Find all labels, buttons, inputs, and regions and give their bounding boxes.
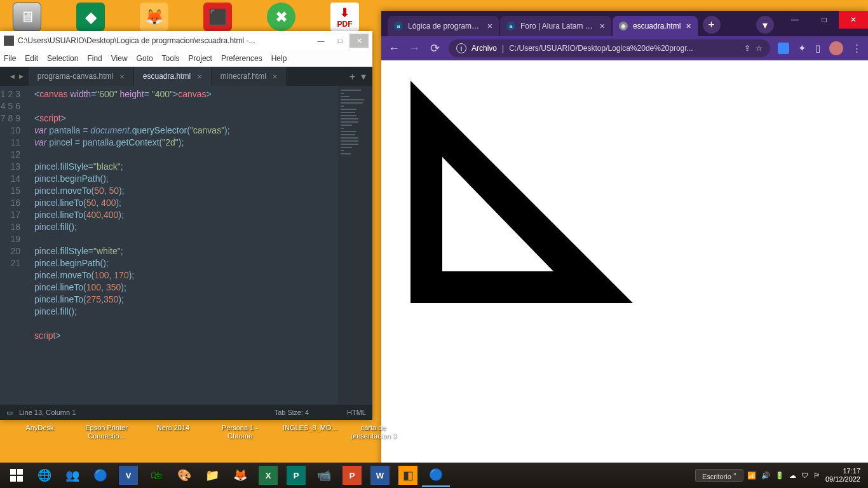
taskbar-publisher[interactable]: P bbox=[287, 466, 306, 485]
close-tab-icon[interactable]: × bbox=[197, 72, 202, 81]
close-tab-icon[interactable]: × bbox=[600, 21, 605, 31]
desktop-icon-thispc[interactable]: 🖥 bbox=[13, 3, 41, 31]
taskbar-visio[interactable]: V bbox=[119, 466, 138, 485]
close-tab-icon[interactable]: × bbox=[487, 21, 492, 31]
show-desktop-button[interactable]: Escritorio » bbox=[695, 469, 743, 482]
desktop-icons-row: 🖥 ◆ 🦊 ⬛ ✖ ⬇PDF bbox=[13, 3, 359, 31]
tray-sound-icon[interactable]: 🔊 bbox=[761, 471, 770, 480]
menu-project[interactable]: Project bbox=[189, 54, 212, 63]
sublime-tabbar: ◄ ► programa-canvas.html× escuadra.html×… bbox=[0, 67, 372, 86]
profile-avatar[interactable] bbox=[829, 41, 843, 55]
ext-puzzle-icon[interactable]: ✦ bbox=[798, 43, 806, 54]
maximize-button[interactable]: □ bbox=[330, 34, 349, 48]
chrome-tabstrip: aLógica de programació× aForo | Alura La… bbox=[381, 11, 868, 36]
ext-translate-icon[interactable] bbox=[778, 43, 789, 54]
svg-rect-5 bbox=[17, 476, 23, 482]
tab-search-button[interactable]: ▾ bbox=[756, 16, 774, 34]
new-tab-button[interactable]: + ▾ bbox=[343, 67, 372, 86]
forward-button[interactable]: → bbox=[408, 42, 421, 55]
menu-selection[interactable]: Selection bbox=[47, 54, 78, 63]
close-tab-icon[interactable]: × bbox=[119, 72, 125, 81]
browser-tab-foro[interactable]: aForo | Alura Latam - Cu× bbox=[500, 16, 611, 36]
taskbar-teams[interactable]: 👥 bbox=[58, 464, 86, 487]
taskbar-photos[interactable]: 🎨 bbox=[170, 464, 198, 487]
desktop-label[interactable]: AnyDesk bbox=[16, 424, 64, 440]
desktop-label[interactable]: INGLES_8_MO... bbox=[283, 424, 330, 440]
svg-rect-3 bbox=[17, 469, 23, 475]
favicon-alura: a bbox=[506, 22, 515, 30]
new-tab-button[interactable]: + bbox=[703, 16, 721, 34]
minimize-button[interactable]: — bbox=[311, 34, 330, 48]
menu-tools[interactable]: Tools bbox=[162, 54, 180, 63]
taskbar-sublime[interactable]: ◧ bbox=[398, 466, 417, 485]
taskbar-clock[interactable]: 17:17 09/12/2022 bbox=[825, 467, 860, 484]
desktop-label[interactable]: Nero 2014 bbox=[149, 424, 197, 440]
close-button[interactable]: ✕ bbox=[349, 34, 369, 48]
status-tabsize[interactable]: Tab Size: 4 bbox=[275, 409, 309, 416]
status-lang[interactable]: HTML bbox=[347, 409, 366, 416]
start-button[interactable] bbox=[3, 464, 31, 487]
desktop-icon-free[interactable]: ◆ bbox=[76, 3, 105, 31]
taskbar-excel[interactable]: X bbox=[259, 466, 278, 485]
site-info-icon[interactable]: i bbox=[456, 43, 466, 53]
desktop-icon-firefox[interactable]: 🦊 bbox=[140, 3, 168, 31]
bookmark-icon[interactable]: ☆ bbox=[756, 44, 763, 53]
tray-onedrive-icon[interactable]: ☁ bbox=[789, 471, 796, 480]
taskbar-chrome[interactable]: 🔵 bbox=[86, 464, 114, 487]
minimap[interactable] bbox=[338, 86, 372, 405]
system-tray[interactable]: 📶 🔊 🔋 ☁ 🛡 🏳 17:17 09/12/2022 bbox=[747, 467, 865, 484]
code-content[interactable]: <canvas width="600" height= "400">canvas… bbox=[28, 86, 372, 405]
close-tab-icon[interactable]: × bbox=[273, 72, 278, 81]
tray-wifi-icon[interactable]: 📶 bbox=[747, 471, 756, 480]
reload-button[interactable]: ⟳ bbox=[428, 41, 441, 55]
menu-find[interactable]: Find bbox=[87, 54, 102, 63]
close-tab-icon[interactable]: × bbox=[686, 21, 691, 31]
browser-viewport bbox=[381, 60, 868, 480]
desktop-icon-app[interactable]: ⬛ bbox=[203, 3, 232, 31]
menu-help[interactable]: Help bbox=[271, 54, 287, 63]
taskbar-ie[interactable]: 🌐 bbox=[31, 464, 58, 487]
desktop-icon-pdf[interactable]: ⬇PDF bbox=[330, 3, 359, 31]
menu-dots-icon[interactable]: ⋮ bbox=[852, 43, 862, 54]
desktop-label[interactable]: carta de presentacion 3 bbox=[349, 424, 397, 440]
status-line-col[interactable]: Line 13, Column 1 bbox=[19, 409, 76, 416]
taskbar-store[interactable]: 🛍 bbox=[142, 464, 170, 487]
taskbar-word[interactable]: W bbox=[370, 466, 390, 485]
browser-tab-escuadra[interactable]: ◉escuadra.html× bbox=[613, 16, 698, 36]
tab-programa-canvas[interactable]: programa-canvas.html× bbox=[29, 67, 134, 86]
sublime-app-icon bbox=[4, 36, 14, 46]
share-icon[interactable]: ⇪ bbox=[744, 44, 750, 53]
menu-preferences[interactable]: Preferences bbox=[221, 54, 262, 63]
browser-minimize[interactable]: — bbox=[780, 11, 810, 29]
address-bar[interactable]: i Archivo | C:/Users/USUARIO/Desktop/Log… bbox=[449, 39, 770, 57]
taskbar-chrome-active[interactable]: 🔵 bbox=[422, 464, 450, 487]
menu-edit[interactable]: Edit bbox=[25, 54, 38, 63]
tray-flag-icon[interactable]: 🏳 bbox=[813, 471, 820, 479]
tab-scroll-arrows[interactable]: ◄ ► bbox=[5, 67, 29, 86]
taskbar-powerpoint[interactable]: P bbox=[342, 466, 362, 485]
sublime-statusbar: ▭ Line 13, Column 1 Tab Size: 4 HTML bbox=[0, 405, 372, 420]
menu-goto[interactable]: Goto bbox=[137, 54, 153, 63]
desktop-label[interactable]: Persona 1 - Chrome bbox=[216, 424, 264, 440]
back-button[interactable]: ← bbox=[388, 42, 400, 55]
browser-tab-logica[interactable]: aLógica de programació× bbox=[388, 16, 499, 36]
favicon-file: ◉ bbox=[619, 22, 628, 30]
sublime-titlebar[interactable]: C:\Users\USUARIO\Desktop\Logica de progr… bbox=[0, 31, 372, 50]
menu-file[interactable]: File bbox=[4, 54, 16, 63]
ext-collections-icon[interactable]: ▯ bbox=[815, 43, 820, 54]
tray-battery-icon[interactable]: 🔋 bbox=[775, 471, 784, 480]
favicon-alura: a bbox=[394, 22, 403, 30]
menu-view[interactable]: View bbox=[111, 54, 128, 63]
desktop-labels-row: AnyDesk Epson Printer Connectio... Nero … bbox=[0, 424, 397, 440]
taskbar-zoom[interactable]: 📹 bbox=[310, 464, 338, 487]
tray-shield-icon[interactable]: 🛡 bbox=[801, 471, 808, 479]
taskbar-explorer[interactable]: 📁 bbox=[198, 464, 226, 487]
editor-area[interactable]: 1 2 3 4 5 6 7 8 9 10 11 12 13 14 15 16 1… bbox=[0, 86, 372, 405]
tab-minecraf[interactable]: minecraf.html× bbox=[212, 67, 287, 86]
desktop-icon-tools[interactable]: ✖ bbox=[267, 3, 295, 31]
browser-maximize[interactable]: □ bbox=[810, 11, 839, 29]
desktop-label[interactable]: Epson Printer Connectio... bbox=[83, 424, 130, 440]
browser-close[interactable]: ✕ bbox=[839, 11, 868, 29]
tab-escuadra[interactable]: escuadra.html× bbox=[134, 67, 212, 86]
taskbar-firefox[interactable]: 🦊 bbox=[226, 464, 254, 487]
